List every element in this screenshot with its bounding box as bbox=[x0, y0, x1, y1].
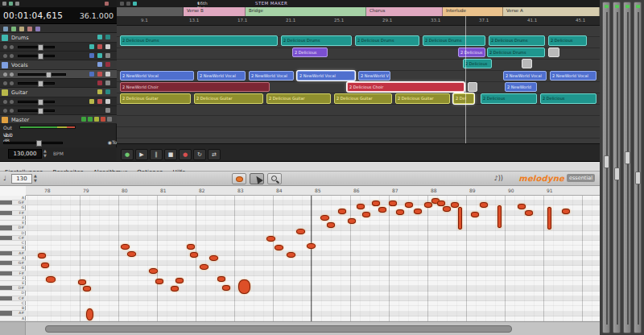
melodyne-note[interactable] bbox=[338, 209, 346, 214]
tool-icon[interactable] bbox=[120, 2, 124, 6]
track-header-guitar[interactable]: Guitar bbox=[0, 88, 117, 97]
volume-slider[interactable] bbox=[18, 55, 55, 57]
melodyne-note[interactable] bbox=[217, 276, 225, 282]
melodyne-note[interactable] bbox=[525, 210, 533, 216]
melodyne-note[interactable] bbox=[187, 244, 195, 250]
record-button[interactable]: ● bbox=[179, 149, 192, 160]
melodyne-note[interactable] bbox=[372, 201, 380, 206]
loop-button[interactable]: ↻ bbox=[193, 149, 206, 160]
melodyne-note[interactable] bbox=[149, 268, 158, 274]
track-chip[interactable] bbox=[105, 62, 110, 67]
melodyne-note[interactable] bbox=[378, 207, 386, 213]
melodyne-note[interactable] bbox=[327, 222, 335, 228]
melodyne-note[interactable] bbox=[155, 279, 163, 284]
send-chip[interactable] bbox=[97, 53, 102, 58]
send-chip[interactable] bbox=[89, 53, 94, 58]
section-marker[interactable] bbox=[117, 7, 184, 16]
clip[interactable]: 2 NewWorld bbox=[505, 82, 537, 92]
send-chip[interactable] bbox=[89, 72, 94, 77]
melodyne-note[interactable] bbox=[562, 209, 570, 214]
melodyne-note[interactable] bbox=[389, 201, 397, 206]
mute-dot[interactable] bbox=[3, 45, 7, 49]
mute-dot[interactable] bbox=[3, 100, 7, 104]
guitar-controls-row[interactable] bbox=[0, 97, 117, 106]
melodyne-note[interactable] bbox=[296, 229, 305, 234]
clip[interactable]: 2 Delicious Drums bbox=[487, 48, 545, 57]
clip[interactable]: 2 Delicious bbox=[548, 35, 587, 46]
solo-dot[interactable] bbox=[10, 109, 14, 113]
send-chip[interactable] bbox=[105, 99, 110, 104]
menu-icon[interactable] bbox=[15, 2, 19, 6]
bpm-spinner[interactable]: ▲ ▼ bbox=[43, 148, 47, 158]
volume-slider[interactable] bbox=[18, 46, 55, 48]
play-button[interactable]: ▶ bbox=[135, 149, 148, 160]
volume-slider[interactable] bbox=[18, 110, 55, 112]
melodyne-note[interactable] bbox=[357, 204, 365, 209]
timeline-ruler[interactable]: 9.113.117.121.125.129.133.137.141.145.1 bbox=[117, 16, 600, 26]
mute-dot[interactable] bbox=[3, 72, 7, 77]
send-chip[interactable] bbox=[105, 44, 110, 49]
section-marker[interactable]: Verse A bbox=[503, 7, 600, 16]
melodyne-note[interactable] bbox=[46, 276, 56, 283]
settings-icon[interactable] bbox=[9, 2, 13, 6]
clip[interactable]: 2 Delicious Drums bbox=[120, 35, 278, 46]
solo-dot[interactable] bbox=[10, 81, 14, 85]
volume-slider[interactable] bbox=[18, 82, 55, 85]
clip[interactable]: 2 Delicious Guitar bbox=[266, 93, 331, 104]
melodyne-note[interactable] bbox=[362, 212, 370, 217]
mute-icon[interactable] bbox=[27, 27, 32, 31]
swing-selector[interactable]: 16th Note Swing ▾ bbox=[197, 1, 200, 6]
send-chip[interactable] bbox=[89, 44, 94, 49]
send-chip[interactable] bbox=[97, 99, 102, 104]
section-marker[interactable]: Bridge bbox=[246, 7, 366, 16]
melodyne-note[interactable] bbox=[175, 278, 184, 283]
melodyne-note[interactable] bbox=[38, 253, 46, 258]
stop-button[interactable]: ■ bbox=[164, 149, 177, 160]
tool-icon[interactable] bbox=[126, 2, 130, 6]
pause-button[interactable]: ∥ bbox=[150, 149, 163, 160]
clip[interactable]: 2 NewWorld Vocal bbox=[249, 71, 294, 81]
track-header-drums[interactable]: Drums bbox=[0, 33, 117, 43]
clip[interactable]: 2 NewWorld Vocal bbox=[297, 71, 355, 81]
section-marker[interactable]: Chorus bbox=[366, 7, 443, 16]
melodyne-note[interactable] bbox=[443, 206, 451, 212]
send-chip[interactable] bbox=[105, 81, 110, 85]
zoom-tool[interactable] bbox=[267, 173, 282, 184]
clip[interactable] bbox=[468, 82, 477, 92]
clip[interactable] bbox=[522, 59, 532, 68]
drums-controls-row[interactable] bbox=[0, 43, 117, 52]
solo-dot[interactable] bbox=[10, 72, 14, 77]
send-chip[interactable] bbox=[105, 53, 110, 58]
melodyne-note[interactable] bbox=[200, 264, 208, 270]
track-chip[interactable] bbox=[105, 35, 110, 39]
mixer-strip[interactable] bbox=[602, 2, 610, 333]
melodyne-note[interactable] bbox=[437, 201, 445, 206]
melodyne-note[interactable] bbox=[307, 243, 316, 249]
send-chip[interactable] bbox=[97, 72, 102, 77]
vocals-controls-row[interactable] bbox=[0, 79, 117, 88]
master-volume-slider[interactable] bbox=[3, 142, 63, 144]
fader-handle[interactable] bbox=[604, 155, 609, 168]
clip[interactable]: 2 Delicious Drums bbox=[355, 35, 419, 46]
vocals-controls-row[interactable] bbox=[0, 70, 117, 79]
fader-handle[interactable] bbox=[635, 172, 641, 184]
mute-dot[interactable] bbox=[3, 54, 7, 58]
touch-toggle[interactable]: ◉ Touch bbox=[108, 139, 112, 145]
send-chip[interactable] bbox=[105, 72, 110, 77]
melodyne-note[interactable] bbox=[238, 279, 250, 294]
melodyne-note[interactable] bbox=[190, 252, 198, 258]
melodyne-note[interactable] bbox=[121, 244, 130, 250]
send-chip[interactable] bbox=[97, 81, 102, 85]
melodyne-note[interactable] bbox=[78, 279, 86, 285]
solo-icon[interactable] bbox=[35, 27, 40, 31]
melodyne-note[interactable] bbox=[86, 308, 93, 321]
clip[interactable]: 2 NewWorld Vocal bbox=[503, 71, 547, 81]
clip[interactable]: 2 Del bbox=[453, 93, 474, 104]
send-chip[interactable] bbox=[97, 44, 102, 49]
clip[interactable]: 2 Delicious Guitar bbox=[334, 93, 392, 104]
arrow-tool[interactable] bbox=[250, 173, 264, 184]
guitar-controls-row[interactable] bbox=[0, 106, 117, 115]
monitor-icon[interactable]: ♪)) bbox=[494, 175, 503, 182]
melodyne-note[interactable] bbox=[471, 212, 479, 217]
clip[interactable]: 2 Delicious bbox=[463, 59, 492, 68]
